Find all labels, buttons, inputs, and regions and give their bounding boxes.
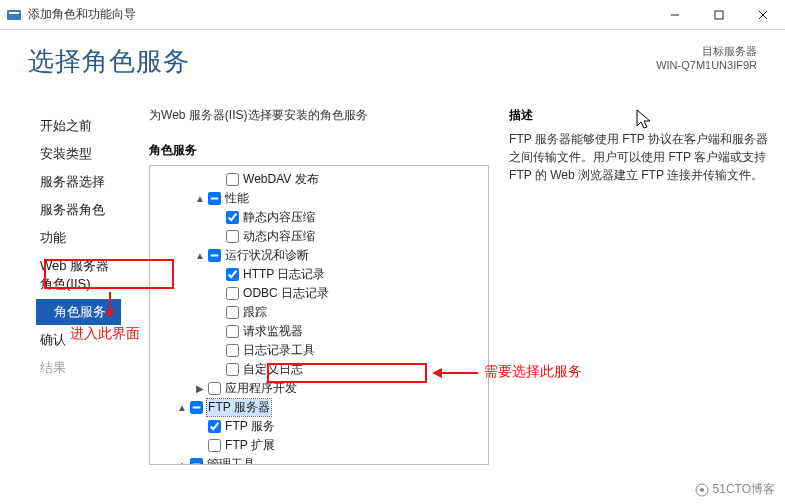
tree-node[interactable]: 动态内容压缩 (158, 227, 488, 246)
tree-checkbox[interactable] (208, 382, 221, 395)
tree-label[interactable]: HTTP 日志记录 (243, 266, 325, 283)
collapse-icon[interactable]: ▲ (194, 250, 206, 261)
tree-label[interactable]: FTP 服务 (225, 418, 275, 435)
tree-node[interactable]: 请求监视器 (158, 322, 488, 341)
tree-checkbox[interactable] (208, 420, 221, 433)
tree-checkbox[interactable] (208, 192, 221, 205)
watermark-text: 51CTO博客 (713, 481, 775, 498)
svg-point-11 (700, 488, 704, 492)
wizard-nav-item: 结果 (36, 355, 121, 381)
tree-checkbox[interactable] (226, 344, 239, 357)
tree-label[interactable]: 管理工具 (207, 456, 255, 465)
collapse-icon[interactable]: ▲ (176, 459, 188, 465)
tree-node[interactable]: ▲FTP 服务器 (158, 398, 488, 417)
svg-rect-3 (715, 11, 723, 19)
svg-marker-7 (105, 310, 115, 318)
close-button[interactable] (741, 0, 785, 30)
annotation-text-ftp: 需要选择此服务 (484, 363, 582, 381)
instruction-text: 为Web 服务器(IIS)选择要安装的角色服务 (149, 107, 489, 124)
tree-label[interactable]: 动态内容压缩 (243, 228, 315, 245)
annotation-arrow-nav (95, 290, 125, 320)
tree-checkbox[interactable] (226, 173, 239, 186)
minimize-button[interactable] (653, 0, 697, 30)
tree-label[interactable]: FTP 服务器 (207, 399, 271, 416)
tree-label[interactable]: 自定义日志 (243, 361, 303, 378)
tree-node[interactable]: ▶应用程序开发 (158, 379, 488, 398)
wizard-nav-item[interactable]: 功能 (36, 225, 121, 251)
tree-label[interactable]: 请求监视器 (243, 323, 303, 340)
watermark: 51CTO博客 (695, 481, 775, 498)
tree-label[interactable]: ODBC 日志记录 (243, 285, 329, 302)
tree-checkbox[interactable] (226, 325, 239, 338)
tree-node[interactable]: ODBC 日志记录 (158, 284, 488, 303)
tree-label[interactable]: 应用程序开发 (225, 380, 297, 397)
svg-marker-9 (432, 368, 442, 378)
tree-node[interactable]: HTTP 日志记录 (158, 265, 488, 284)
tree-node[interactable]: ▲管理工具 (158, 455, 488, 465)
tree-label[interactable]: WebDAV 发布 (243, 171, 319, 188)
cursor-icon (635, 108, 653, 130)
tree-checkbox[interactable] (226, 306, 239, 319)
tree-label[interactable]: 性能 (225, 190, 249, 207)
tree-checkbox[interactable] (190, 401, 203, 414)
tree-label[interactable]: 静态内容压缩 (243, 209, 315, 226)
tree-node[interactable]: WebDAV 发布 (158, 170, 488, 189)
description-text: FTP 服务器能够使用 FTP 协议在客户端和服务器之间传输文件。用户可以使用 … (509, 130, 775, 184)
wizard-nav-item[interactable]: 开始之前 (36, 113, 121, 139)
tree-checkbox[interactable] (226, 287, 239, 300)
window-title: 添加角色和功能向导 (28, 6, 136, 23)
tree-checkbox[interactable] (208, 249, 221, 262)
roles-label: 角色服务 (149, 142, 489, 159)
annotation-arrow-ftp (430, 365, 480, 381)
tree-node[interactable]: 静态内容压缩 (158, 208, 488, 227)
tree-checkbox[interactable] (226, 211, 239, 224)
app-icon (6, 7, 22, 23)
svg-rect-1 (9, 12, 19, 14)
tree-checkbox[interactable] (226, 230, 239, 243)
tree-node[interactable]: 跟踪 (158, 303, 488, 322)
tree-label[interactable]: FTP 扩展 (225, 437, 275, 454)
wizard-nav-item[interactable]: 服务器角色 (36, 197, 121, 223)
tree-checkbox[interactable] (208, 439, 221, 452)
title-bar: 添加角色和功能向导 (0, 0, 785, 30)
tree-checkbox[interactable] (226, 363, 239, 376)
wizard-nav-item[interactable]: 安装类型 (36, 141, 121, 167)
page-title: 选择角色服务 (28, 44, 190, 79)
target-server-block: 目标服务器 WIN-Q7M1UN3IF9R (656, 44, 757, 79)
tree-label[interactable]: 运行状况和诊断 (225, 247, 309, 264)
tree-checkbox[interactable] (226, 268, 239, 281)
tree-node[interactable]: FTP 扩展 (158, 436, 488, 455)
expand-icon[interactable]: ▶ (194, 383, 206, 394)
collapse-icon[interactable]: ▲ (176, 402, 188, 413)
target-server-label: 目标服务器 (656, 44, 757, 59)
tree-node[interactable]: FTP 服务 (158, 417, 488, 436)
annotation-text-nav: 进入此界面 (70, 325, 140, 343)
tree-node[interactable]: ▲性能 (158, 189, 488, 208)
tree-label[interactable]: 日志记录工具 (243, 342, 315, 359)
maximize-button[interactable] (697, 0, 741, 30)
wizard-nav-item[interactable]: 服务器选择 (36, 169, 121, 195)
svg-rect-0 (7, 10, 21, 20)
wizard-header: 选择角色服务 目标服务器 WIN-Q7M1UN3IF9R (0, 30, 785, 89)
tree-label[interactable]: 跟踪 (243, 304, 267, 321)
tree-node[interactable]: ▲运行状况和诊断 (158, 246, 488, 265)
tree-node[interactable]: 日志记录工具 (158, 341, 488, 360)
collapse-icon[interactable]: ▲ (194, 193, 206, 204)
tree-checkbox[interactable] (190, 458, 203, 465)
role-services-tree[interactable]: WebDAV 发布▲性能静态内容压缩动态内容压缩▲运行状况和诊断HTTP 日志记… (149, 165, 489, 465)
target-server-name: WIN-Q7M1UN3IF9R (656, 59, 757, 71)
